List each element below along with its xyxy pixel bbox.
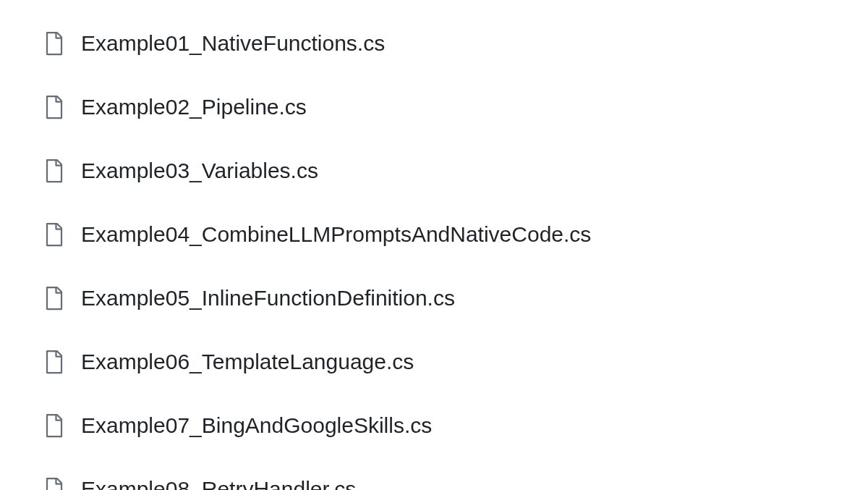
file-row[interactable]: Example04_CombineLLMPromptsAndNativeCode… <box>43 203 868 266</box>
file-row[interactable]: Example05_InlineFunctionDefinition.cs <box>43 266 868 330</box>
file-name-label: Example04_CombineLLMPromptsAndNativeCode… <box>81 221 591 248</box>
file-icon <box>43 476 65 490</box>
file-icon <box>43 349 65 375</box>
file-name-label: Example03_Variables.cs <box>81 158 318 184</box>
file-row[interactable]: Example07_BingAndGoogleSkills.cs <box>43 394 868 457</box>
file-row[interactable]: Example01_NativeFunctions.cs <box>43 12 868 75</box>
file-row[interactable]: Example08_RetryHandler.cs <box>43 457 868 490</box>
file-name-label: Example02_Pipeline.cs <box>81 94 307 120</box>
file-name-label: Example05_InlineFunctionDefinition.cs <box>81 285 455 311</box>
file-name-label: Example08_RetryHandler.cs <box>81 476 356 490</box>
file-row[interactable]: Example06_TemplateLanguage.cs <box>43 330 868 394</box>
file-name-label: Example06_TemplateLanguage.cs <box>81 349 414 375</box>
file-icon <box>43 30 65 56</box>
file-icon <box>43 413 65 439</box>
file-icon <box>43 285 65 311</box>
file-name-label: Example07_BingAndGoogleSkills.cs <box>81 413 432 439</box>
file-row[interactable]: Example02_Pipeline.cs <box>43 75 868 139</box>
file-list: Example01_NativeFunctions.cs Example02_P… <box>0 0 868 490</box>
file-name-label: Example01_NativeFunctions.cs <box>81 30 385 56</box>
file-icon <box>43 158 65 184</box>
file-icon <box>43 221 65 248</box>
file-row[interactable]: Example03_Variables.cs <box>43 139 868 203</box>
file-icon <box>43 94 65 120</box>
